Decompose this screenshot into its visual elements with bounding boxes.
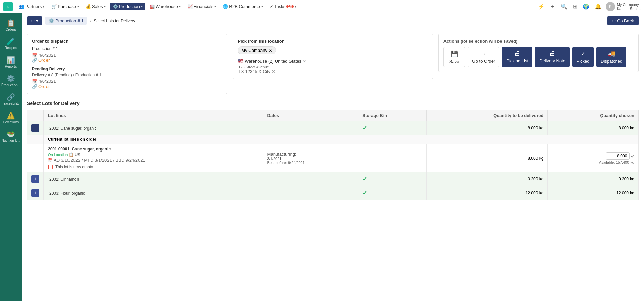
- pending-order-link[interactable]: 🔗 Order: [32, 84, 222, 89]
- sub-qty-deliver: 8.000 kg: [427, 144, 548, 172]
- table-row: + 2002: Cinnamon ✓ 0.200 kg 0.200 kg: [27, 172, 639, 186]
- best-before: Best before: 9/24/2021: [267, 161, 354, 165]
- location-link[interactable]: On Location: [48, 153, 68, 157]
- pending-delivery-title: Pending Delivery: [32, 67, 222, 71]
- dispatched-icon: 🚚: [608, 50, 615, 57]
- nav-tasks[interactable]: ✓ Tasks 10 ▾: [267, 3, 299, 10]
- recipes-icon: 🧪: [7, 37, 15, 45]
- col-dates: Dates: [263, 110, 358, 121]
- mfg-date: 3/1/2021: [267, 157, 354, 161]
- nav-b2b[interactable]: 🌐 B2B Commerce ▾: [220, 3, 266, 10]
- check-icon: ✓: [362, 125, 367, 131]
- lot-name-cell-3: 2003: Flour, organic: [44, 186, 263, 200]
- chevron-icon: ▾: [43, 5, 44, 8]
- goto-icon: →: [481, 50, 487, 57]
- lot-name-cell: 2001: Cane sugar, organic: [44, 121, 263, 135]
- qty-deliver-cell: 8.000 kg: [427, 121, 548, 135]
- sidebar-item-recipes[interactable]: 🧪 Recipes: [0, 35, 22, 53]
- sidebar-item-orders[interactable]: 📋 Orders: [0, 16, 22, 34]
- save-button[interactable]: 💾 Save: [443, 47, 465, 67]
- reports-icon: 📊: [7, 56, 15, 64]
- sub-header-cell: Current lot lines on order: [44, 135, 639, 144]
- actions-card: Actions (lot selection will be saved) 💾 …: [438, 34, 639, 72]
- production-number: Production # 1: [32, 46, 222, 51]
- delivery-number: Delivery # 8 (Pending) / Production # 1: [32, 73, 222, 77]
- picked-button[interactable]: ✓ Picked: [572, 47, 594, 67]
- nav-production[interactable]: ⚙️ Production ▾: [110, 3, 145, 10]
- address-close-icon[interactable]: ✕: [272, 69, 275, 74]
- sidebar-item-production[interactable]: ⚙️ Production...: [0, 72, 22, 90]
- nav-warehouse[interactable]: 🏭 Warehouse ▾: [147, 3, 183, 10]
- country-label: US: [75, 153, 80, 157]
- qty-deliver-cell-3: 12.000 kg: [427, 186, 548, 200]
- sidebar-item-nutrition[interactable]: 🥗 Nutrition B...: [0, 127, 22, 145]
- grid-icon[interactable]: ⊞: [572, 2, 579, 11]
- nav-financials[interactable]: 📈 Financials ▾: [185, 3, 219, 10]
- expand-cell-2: +: [27, 172, 44, 186]
- nav-sales[interactable]: 💰 Sales ▾: [83, 3, 109, 10]
- close-icon[interactable]: ✕: [269, 48, 272, 53]
- user-name: Katrine Søn ...: [617, 7, 641, 11]
- order-section: Order to dispatch Production # 1 📅 4/6/2…: [27, 34, 639, 94]
- col-lot-lines: Lot lines: [44, 110, 263, 121]
- shortcuts-icon[interactable]: ⚡: [536, 2, 546, 11]
- delivery-note-icon: 🖨: [549, 50, 555, 57]
- location-card: Pick from this location My Company ✕ 🇺🇸 …: [233, 34, 433, 79]
- sub-lot-name-cell: 2001-00001: Cane sugar, organic On Locat…: [44, 144, 263, 172]
- nav-partners[interactable]: 👥 Partners ▾: [16, 3, 47, 10]
- qty-input[interactable]: [606, 152, 630, 160]
- location-name: Warehouse (2): [245, 59, 274, 64]
- globe-icon[interactable]: 🌍: [581, 2, 591, 11]
- qty-chosen-cell-2: 0.200 kg: [548, 172, 639, 186]
- pending-date: 📅 4/6/2021: [32, 79, 222, 84]
- delivery-note-button[interactable]: 🖨 Delivery Note: [535, 47, 570, 67]
- top-navigation: t 👥 Partners ▾ 🛒 Purchase ▾ 💰 Sales ▾ ⚙️…: [0, 0, 644, 13]
- sidebar-item-reports[interactable]: 📊 Reports: [0, 53, 22, 71]
- chevron-icon: ▾: [295, 5, 296, 8]
- production-icon: ⚙️: [7, 74, 15, 82]
- country: United States: [275, 59, 301, 64]
- actions-title: Actions (lot selection will be saved): [443, 39, 634, 44]
- search-icon[interactable]: 🔍: [559, 2, 569, 11]
- table-row: Current lot lines on order: [27, 135, 639, 144]
- lot-section-title: Select Lots for Delivery: [27, 101, 639, 106]
- lot-lines-section: Select Lots for Delivery Lot lines Dates: [27, 101, 639, 200]
- storage-bin-cell: ✓: [358, 121, 427, 135]
- orders-icon: 📋: [7, 19, 15, 27]
- go-back-button[interactable]: ↩ Go Back: [607, 16, 639, 25]
- avatar: K: [606, 2, 615, 11]
- check-icon-3: ✓: [362, 190, 367, 196]
- sidebar-item-traceability[interactable]: 🔗 Traceability: [0, 90, 22, 108]
- storage-bin-cell-2: ✓: [358, 172, 427, 186]
- deviations-icon: ⚠️: [7, 111, 15, 120]
- calendar-icon: 📅: [32, 53, 37, 58]
- dispatched-button[interactable]: 🚚 Dispatched: [596, 47, 626, 67]
- chevron-icon: ▾: [261, 5, 263, 8]
- order-date: 📅 4/6/2021: [32, 53, 222, 58]
- collapse-button[interactable]: −: [31, 124, 39, 132]
- location-close-icon[interactable]: ✕: [303, 59, 306, 64]
- col-qty-chosen: Quantity chosen: [548, 110, 639, 121]
- bell-icon[interactable]: 🔔: [593, 2, 603, 11]
- company-tag[interactable]: My Company ✕: [238, 46, 276, 54]
- expand-button-2[interactable]: +: [31, 175, 39, 183]
- storage-bin-cell-3: ✓: [358, 186, 427, 200]
- add-icon[interactable]: ＋: [549, 2, 557, 11]
- lot-dates: 📅 AD 3/10/2022 / MFD 3/1/2021 / BBD 9/24…: [48, 158, 259, 163]
- check-icon-2: ✓: [362, 176, 367, 182]
- goto-order-button[interactable]: → Go to Order: [468, 47, 500, 67]
- col-storage-bin: Storage Bin: [358, 110, 427, 121]
- breadcrumb-production[interactable]: ⚙️ Production # 1: [45, 17, 87, 25]
- nav-right-area: ⚡ ＋ 🔍 ⊞ 🌍 🔔 K My Company Katrine Søn ...: [536, 2, 641, 11]
- chevron-down-icon: ▾: [36, 18, 38, 23]
- qty-unit: kg: [630, 154, 634, 158]
- user-area[interactable]: K My Company Katrine Søn ...: [606, 2, 641, 11]
- empty-lot-checkbox[interactable]: [48, 165, 53, 169]
- nav-purchase[interactable]: 🛒 Purchase ▾: [49, 3, 82, 10]
- sidebar-item-deviations[interactable]: ⚠️ Deviations: [0, 109, 22, 127]
- history-back-btn[interactable]: ↩ ▾: [27, 16, 42, 25]
- order-link[interactable]: 🔗 Order: [32, 58, 222, 63]
- main-content: ↩ ▾ ⚙️ Production # 1 › Select Lots for …: [22, 13, 644, 301]
- expand-button-3[interactable]: +: [31, 189, 39, 197]
- picking-list-button[interactable]: 🖨 Picking List: [502, 47, 532, 67]
